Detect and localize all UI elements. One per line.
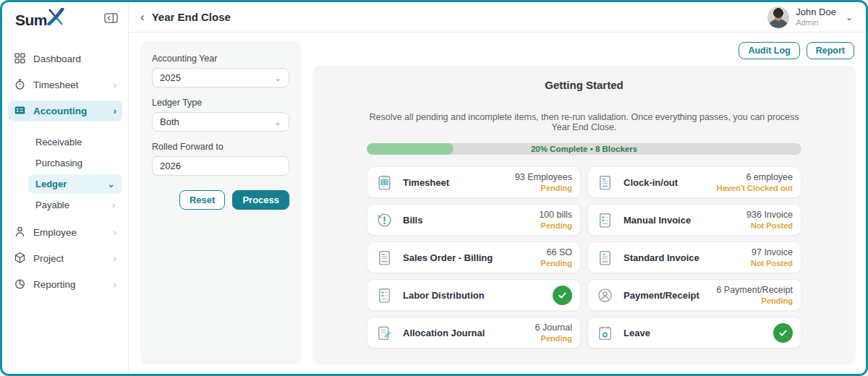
progress-label: 20% Complete • 8 Blockers [367,143,801,155]
person-icon [14,226,26,240]
accounting-year-label: Accounting Year [152,54,289,64]
sidebar: Sum [2,2,129,374]
card-value: 66 SO [547,247,572,258]
card-status: Pending [541,333,572,343]
sidebar-nav: Dashboard Timesheet › [2,34,128,300]
card-labor-distribution[interactable]: Labor Distribution [367,279,581,311]
card-timesheet[interactable]: Timesheet 93 Employees Pending [367,166,581,198]
sidebar-item-ledger[interactable]: Ledger ⌄ [28,174,122,194]
card-status: Not Posted [751,258,793,268]
sidebar-item-project[interactable]: Project › [8,248,122,269]
card-status: Haven't Clocked out [717,183,793,193]
invoice-list-icon [375,286,393,304]
cube-icon [14,252,26,266]
card-value: 100 bills [539,209,572,221]
card-payment-receipt[interactable]: Payment/Receipt 6 Payment/Receipt Pendin… [587,279,801,311]
app-window: Sum [0,0,868,376]
card-title: Timesheet [403,177,449,188]
sidebar-item-label: Ledger [35,179,67,189]
card-bills[interactable]: Bills 100 bills Pending [367,204,581,236]
card-value: 6 employee [746,171,793,183]
card-status: Pending [762,296,793,306]
sidebar-item-dashboard[interactable]: Dashboard [8,48,122,69]
document-icon [596,174,614,192]
process-button[interactable]: Process [232,190,289,210]
document-pencil-icon [375,324,393,342]
sidebar-item-timesheet[interactable]: Timesheet › [8,74,122,95]
sidebar-item-label: Reporting [33,279,76,290]
chevron-right-icon: › [114,106,116,116]
sidebar-item-label: Receivable [35,137,82,148]
chevron-right-icon: › [114,280,116,289]
card-value: 6 Journal [535,322,572,333]
blocker-cards-grid: Timesheet 93 Employees Pending [367,166,801,349]
card-manual-invoice[interactable]: Manual Invoice 936 Invoice Not Posted [587,204,801,236]
back-chevron-icon[interactable]: ‹ [140,10,145,25]
check-circle-icon [553,286,572,305]
chevron-right-icon: › [114,80,116,90]
sidebar-item-payable[interactable]: Payable › [28,195,122,215]
card-status: Not Posted [751,221,793,231]
ledger-type-select[interactable]: Both ⌄ [152,112,289,132]
sidebar-collapse-icon[interactable] [104,12,118,24]
chevron-right-icon: › [114,254,116,263]
card-value: 93 Employees [515,171,572,183]
card-clock-in-out[interactable]: Clock-in/out 6 employee Haven't Clocked … [587,166,801,198]
sidebar-item-reporting[interactable]: Reporting › [8,274,122,295]
chevron-right-icon: › [112,200,115,210]
reset-button[interactable]: Reset [179,190,225,210]
sidebar-item-label: Dashboard [33,54,81,64]
check-circle-icon [773,323,793,343]
user-menu[interactable]: John Doe Admin ⌄ [767,7,853,28]
card-title: Allocation Journal [403,328,485,338]
progress-bar: 20% Complete • 8 Blockers [367,143,801,155]
page-title: Year End Close [152,11,231,23]
calendar-sun-icon [596,324,614,342]
chevron-down-icon: ⌄ [274,73,281,83]
audit-log-button[interactable]: Audit Log [739,42,799,59]
person-circle-icon [596,286,614,304]
card-standard-invoice[interactable]: Standard Invoice 97 Invoice Not Posted [587,242,801,273]
card-leave[interactable]: Leave [587,317,801,349]
card-status: Pending [541,221,572,231]
sidebar-item-accounting[interactable]: Accounting › [8,101,122,121]
sidebar-item-employee[interactable]: Employee › [8,222,122,243]
report-button[interactable]: Report [807,42,854,59]
logo-text: Sum [15,12,47,29]
stopwatch-icon [14,78,26,93]
document-icon [596,249,614,267]
rolled-forward-input[interactable] [152,156,289,176]
card-allocation-journal[interactable]: Allocation Journal 6 Journal Pending [367,317,581,349]
pie-chart-icon [14,278,26,292]
invoice-list-icon [596,211,614,229]
avatar [767,7,789,28]
sidebar-item-receivable[interactable]: Receivable [28,132,122,152]
accounting-year-value: 2025 [160,72,181,83]
clipboard-table-icon [375,174,393,192]
rolled-forward-label: Rolled Forward to [152,142,289,152]
logo-x-icon [47,8,64,28]
card-status: Pending [541,183,572,193]
sidebar-item-label: Payable [35,200,69,210]
year-end-close-form: Accounting Year 2025 ⌄ Ledger Type Both … [140,41,301,364]
sidebar-item-label: Accounting [33,106,87,116]
document-icon [375,249,393,267]
app-logo: Sum [15,8,64,29]
chevron-down-icon: ⌄ [846,12,853,22]
dashboard-grid-icon [14,52,26,67]
card-value: 936 Invoice [746,209,793,221]
sidebar-item-label: Timesheet [33,80,79,90]
sidebar-item-purchasing[interactable]: Purchasing [28,153,122,173]
ledger-type-label: Ledger Type [152,98,289,108]
card-title: Sales Order - Billing [403,252,493,263]
sidebar-item-label: Project [33,253,64,264]
sidebar-item-label: Purchasing [35,158,82,168]
chevron-down-icon: ⌄ [274,117,281,127]
ledger-card-icon [14,104,26,119]
user-role: Admin [796,18,836,27]
user-name: John Doe [796,7,836,18]
card-sales-order-billing[interactable]: Sales Order - Billing 66 SO Pending [367,242,581,273]
accounting-year-select[interactable]: 2025 ⌄ [152,68,289,87]
history-circle-icon [375,211,393,229]
chevron-right-icon: › [114,228,116,237]
